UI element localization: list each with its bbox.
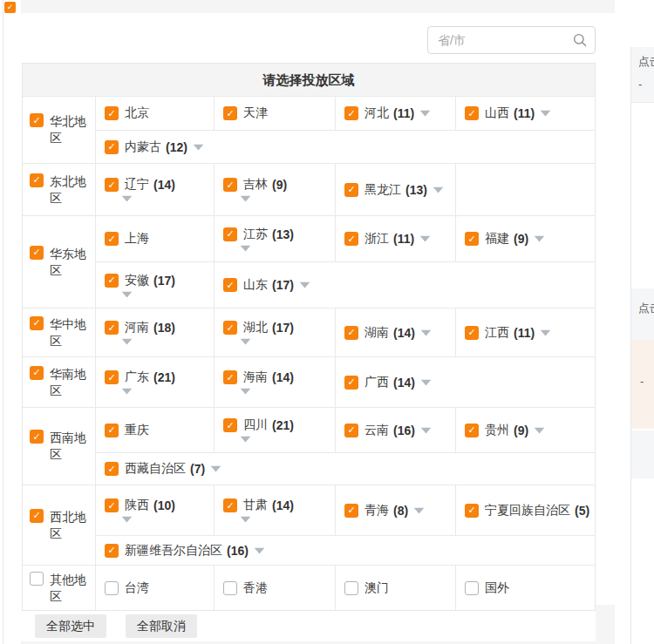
province-checkbox[interactable] [105,178,119,192]
province-cell: 河北(11) [336,97,456,130]
province-checkbox[interactable] [105,321,119,335]
province-cell: 江苏(13) [215,216,336,261]
chevron-down-icon[interactable] [420,379,432,386]
chevron-down-icon[interactable] [240,338,251,345]
province-checkbox[interactable] [105,140,119,154]
province-count: (8) [393,504,408,518]
province-count: (9) [514,424,528,437]
province-checkbox[interactable] [465,232,479,246]
chevron-down-icon[interactable] [210,465,221,472]
chevron-down-icon[interactable] [540,110,551,117]
province-checkbox[interactable] [344,232,358,246]
region-checkbox[interactable] [30,509,44,523]
province-label: 江西 [485,325,509,341]
province-checkbox[interactable] [105,498,119,512]
province-checkbox[interactable] [465,504,479,518]
province-label: 辽宁 [125,177,149,193]
province-checkbox[interactable] [105,424,119,437]
chevron-down-icon[interactable] [419,235,431,242]
province-checkbox[interactable] [344,326,358,340]
province-checkbox[interactable] [223,227,237,241]
province-label: 北京 [125,105,149,121]
province-cell: 广东(21) [96,357,215,407]
chevron-down-icon[interactable] [540,329,551,336]
search-box [427,26,596,54]
province-checkbox[interactable] [344,581,358,595]
chevron-down-icon[interactable] [193,144,204,151]
chevron-down-icon[interactable] [240,388,251,395]
right-panel-section-value: - [640,375,654,388]
province-checkbox[interactable] [223,370,237,384]
chevron-down-icon[interactable] [433,186,444,193]
chevron-down-icon[interactable] [240,245,251,252]
region-checkbox[interactable] [30,366,44,380]
province-cell: 山东(17) [215,262,595,308]
province-cell: 天津 [215,97,336,130]
chevron-down-icon[interactable] [121,291,133,298]
province-checkbox[interactable] [105,462,119,476]
chevron-down-icon[interactable] [420,427,432,434]
chevron-down-icon[interactable] [534,427,545,434]
province-checkbox[interactable] [105,232,119,246]
province-label: 新疆维吾尔自治区 [125,543,222,559]
chevron-down-icon[interactable] [254,547,265,554]
province-checkbox[interactable] [223,321,237,335]
province-cell: 浙江(11) [336,216,456,261]
search-input[interactable] [427,26,596,54]
right-panel-section-title: 点击 [638,301,654,316]
province-cell: 北京 [96,97,215,130]
region-checkbox[interactable] [30,173,44,187]
chevron-down-icon[interactable] [534,235,545,242]
chevron-down-icon[interactable] [419,110,431,117]
region-checkbox[interactable] [30,430,44,444]
province-checkbox[interactable] [105,581,119,595]
select-all-button[interactable]: 全部选中 [35,614,106,638]
chevron-down-icon[interactable] [121,516,133,523]
province-checkbox[interactable] [344,183,358,197]
province-count: (14) [272,370,294,384]
province-checkbox[interactable] [105,106,119,120]
chevron-down-icon[interactable] [413,507,425,514]
province-count: (13) [405,183,427,197]
province-checkbox[interactable] [223,278,237,292]
region-checkbox[interactable] [30,572,44,586]
region-checkbox[interactable] [30,113,44,127]
province-label: 湖南 [364,325,389,341]
province-checkbox[interactable] [344,376,358,390]
chevron-down-icon[interactable] [121,195,133,202]
deselect-all-button[interactable]: 全部取消 [126,614,197,638]
province-checkbox[interactable] [465,106,479,120]
province-checkbox[interactable] [465,581,479,595]
province-checkbox[interactable] [344,106,358,120]
chevron-down-icon[interactable] [240,195,251,202]
region-row: 东北地区辽宁(14)吉林(9)黑龙江(13) [23,164,595,216]
province-checkbox[interactable] [344,504,358,518]
province-checkbox[interactable] [105,274,119,288]
province-label: 安徽 [125,273,149,288]
right-panel-highlight-section: - [631,340,654,429]
chevron-down-icon[interactable] [299,281,310,288]
chevron-down-icon[interactable] [121,388,133,395]
province-checkbox[interactable] [223,418,237,432]
province-checkbox[interactable] [223,581,237,595]
province-checkbox[interactable] [223,106,237,120]
chevron-down-icon[interactable] [240,436,251,443]
region-checkbox[interactable] [30,316,44,330]
right-panel-section-label: 点击 [631,288,654,340]
region-row: 华北地区北京天津河北(11)山西(11)内蒙古(12) [23,97,595,164]
chevron-down-icon[interactable] [420,329,432,336]
province-checkbox[interactable] [223,498,237,512]
chevron-down-icon[interactable] [121,338,133,345]
province-checkbox[interactable] [465,424,479,437]
chevron-down-icon[interactable] [240,516,251,523]
province-count: (17) [153,274,175,288]
province-count: (17) [272,321,294,335]
top-partial-checkbox[interactable] [4,2,16,13]
province-cell: 重庆 [96,408,215,452]
region-checkbox[interactable] [30,246,44,260]
province-checkbox[interactable] [344,424,358,437]
province-checkbox[interactable] [465,326,479,340]
province-checkbox[interactable] [105,370,119,384]
province-checkbox[interactable] [105,544,119,558]
province-checkbox[interactable] [223,178,237,192]
